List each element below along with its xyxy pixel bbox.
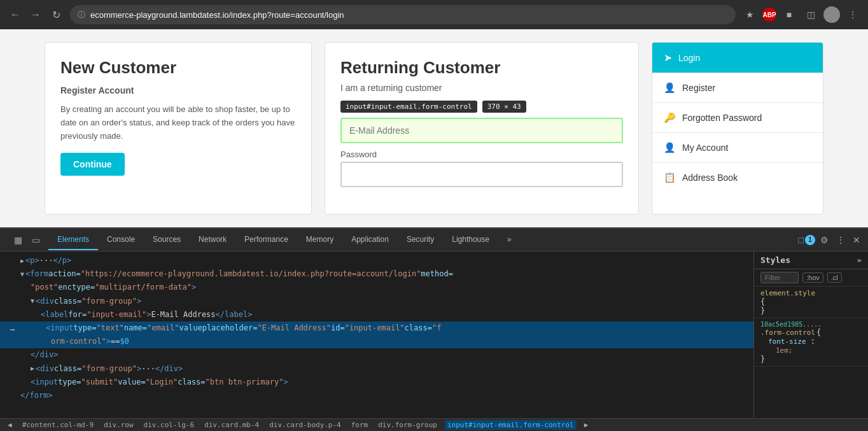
dom-line-label[interactable]: <label for="input-email">E-Mail Address<… xyxy=(0,308,753,321)
dom-id-val: "input-email" xyxy=(345,322,405,334)
tab-console[interactable]: Console xyxy=(98,230,144,250)
dom-class-attr-val: "f xyxy=(432,322,441,334)
dom-label-gt: > xyxy=(146,309,151,321)
dom-line-form-group[interactable]: ▼ <div class="form-group"> xyxy=(0,295,753,308)
address-bar[interactable]: ⓘ ecommerce-playground.lambdatest.io/ind… xyxy=(70,5,736,24)
statusbar-form[interactable]: form xyxy=(349,420,371,430)
statusbar-scroll-right[interactable]: ▶ xyxy=(582,420,591,430)
tab-lighthouse[interactable]: Lighthouse xyxy=(443,230,498,250)
statusbar-input-email[interactable]: input#input-email.form-control xyxy=(445,420,577,430)
password-label: Password xyxy=(340,150,623,159)
password-input[interactable] xyxy=(340,162,623,187)
dom-line-input-cont[interactable]: orm-control"> == $0 xyxy=(0,335,753,348)
dom-ellipsis: ··· xyxy=(39,255,53,267)
colon: : xyxy=(811,337,815,346)
style-close-brace: } xyxy=(760,306,862,315)
collapse-arrow[interactable]: ▼ xyxy=(31,296,34,306)
notifications-area[interactable]: □ 1 xyxy=(799,235,815,245)
three-dots: … xyxy=(10,322,15,334)
sidebar-item-forgotten-password[interactable]: 🔑 Forgotten Password xyxy=(652,103,823,133)
devtools-panel: ▦ ▭ Elements Console Sources Network Per… xyxy=(0,227,868,431)
input-tooltip-text: input#input-email.form-control xyxy=(340,101,477,113)
forward-button[interactable]: → xyxy=(27,6,45,24)
styles-filter-input[interactable] xyxy=(760,272,799,283)
dom-line-form-group2[interactable]: ▶ <div class="form-group"> ··· </div> xyxy=(0,362,753,376)
sidebar-item-address-book[interactable]: 📋 Address Book xyxy=(652,163,823,192)
style-source-1: 10ac5ed1985..... xyxy=(760,321,862,328)
elements-panel[interactable]: ▶ <p> ··· </p> ▼ <form action="https://e… xyxy=(0,251,753,418)
sidebar-item-login[interactable]: ➤ Login xyxy=(652,43,823,73)
element-style-label: element.style xyxy=(760,289,862,297)
tab-sources[interactable]: Sources xyxy=(144,230,190,250)
expand-arrow[interactable]: ▶ xyxy=(31,364,34,374)
statusbar-scroll-left[interactable]: ◀ xyxy=(5,420,15,430)
input-tooltip-size: 370 × 43 xyxy=(482,101,526,113)
statusbar-row[interactable]: div.row xyxy=(101,420,136,430)
dom-name: name= xyxy=(124,322,147,334)
dom-line-close-form[interactable]: </form> xyxy=(0,389,753,402)
cls-button[interactable]: .cl xyxy=(827,272,842,283)
statusbar-form-group[interactable]: div.form-group xyxy=(375,420,440,430)
dom-line-post[interactable]: "post" enctype="multipart/form-data"> xyxy=(0,281,753,294)
tab-elements[interactable]: Elements xyxy=(48,230,98,250)
star-button[interactable]: ★ xyxy=(741,6,759,24)
statusbar-card[interactable]: div.card.mb-4 xyxy=(202,420,262,430)
tab-more[interactable]: » xyxy=(498,230,521,250)
font-size-val: 1em; xyxy=(776,346,793,355)
lock-icon: ⓘ xyxy=(78,10,85,20)
styles-filter-row: :hov .cl xyxy=(754,269,868,286)
device-icon[interactable]: ▭ xyxy=(28,232,43,248)
collapse-arrow[interactable]: ▼ xyxy=(20,269,24,279)
styles-title: Styles xyxy=(760,255,790,265)
dom-line-input-selected[interactable]: … <input type="text" name="email" value … xyxy=(0,321,753,335)
tab-memory[interactable]: Memory xyxy=(297,230,342,250)
chrome-actions: ★ ABP ■ ◫ ⋮ xyxy=(741,6,862,24)
dom-line-form[interactable]: ▼ <form action="https://ecommerce-playgr… xyxy=(0,267,753,281)
dom-submit-class-val: "btn btn-primary" xyxy=(206,376,284,388)
reload-button[interactable]: ↻ xyxy=(47,6,65,24)
dom-attr-for-val: "input-email" xyxy=(87,309,146,321)
tab-security[interactable]: Security xyxy=(398,230,443,250)
sidebar-item-login-label: Login xyxy=(678,53,700,63)
continue-button[interactable]: Continue xyxy=(60,153,125,176)
dom-tag: <p> xyxy=(25,255,39,267)
new-customer-subtitle: Register Account xyxy=(60,85,296,95)
dom-line-input-submit[interactable]: <input type="submit" value="Login" class… xyxy=(0,376,753,389)
statusbar-col-lg[interactable]: div.col-lg-6 xyxy=(141,420,197,430)
back-button[interactable]: ← xyxy=(6,6,24,24)
hov-button[interactable]: :hov xyxy=(802,272,823,283)
sidebar-item-register-label: Register xyxy=(682,83,715,93)
key-icon: 🔑 xyxy=(664,112,676,124)
new-customer-card: New Customer Register Account By creatin… xyxy=(45,42,312,215)
styles-header: Styles » xyxy=(754,251,868,269)
devtools-body: ▶ <p> ··· </p> ▼ <form action="https://e… xyxy=(0,251,868,418)
dom-attr-post: "post" xyxy=(31,281,58,293)
dom-label-tag: <label xyxy=(41,309,68,321)
devtools-more-button[interactable]: ⋮ xyxy=(834,232,848,248)
form-control-brace-close: } xyxy=(760,355,862,364)
dom-line-close-div[interactable]: </div> xyxy=(0,348,753,362)
dom-eq: == xyxy=(111,336,120,348)
split-button[interactable]: ◫ xyxy=(802,6,820,24)
statusbar-card-body[interactable]: div.card-body.p-4 xyxy=(267,420,344,430)
tab-application[interactable]: Application xyxy=(342,230,398,250)
dom-input-close: > xyxy=(106,336,111,348)
account-icon: 👤 xyxy=(664,142,676,153)
dom-line-p[interactable]: ▶ <p> ··· </p> xyxy=(0,254,753,267)
settings-button[interactable]: ⚙ xyxy=(818,232,831,248)
extensions-button[interactable]: ■ xyxy=(780,6,798,24)
email-input[interactable] xyxy=(340,118,623,143)
inspector-icon[interactable]: ▦ xyxy=(10,232,25,248)
style-open-brace: { xyxy=(760,297,862,306)
sidebar-item-my-account[interactable]: 👤 My Account xyxy=(652,133,823,163)
sidebar-item-address-label: Address Book xyxy=(682,173,738,183)
tab-performance[interactable]: Performance xyxy=(235,230,297,250)
sidebar-item-register[interactable]: 👤 Register xyxy=(652,73,823,103)
tab-network[interactable]: Network xyxy=(190,230,235,250)
new-customer-title: New Customer xyxy=(60,58,296,78)
returning-customer-card: Returning Customer I am a returning cust… xyxy=(325,42,639,215)
menu-button[interactable]: ⋮ xyxy=(844,6,862,24)
statusbar-content[interactable]: #content.col-md-9 xyxy=(20,420,97,430)
expand-arrow[interactable]: ▶ xyxy=(20,256,24,266)
close-devtools-button[interactable]: ✕ xyxy=(850,232,863,248)
